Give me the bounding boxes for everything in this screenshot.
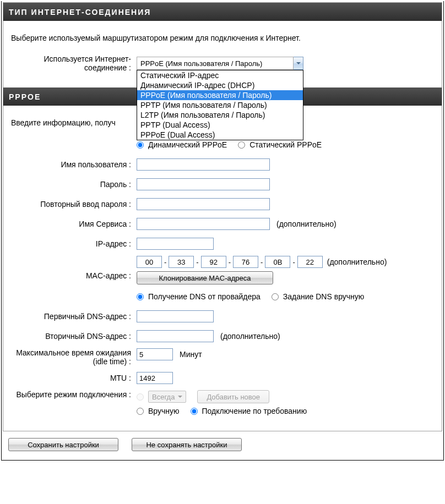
ip-label: IP-адрес :	[9, 239, 137, 248]
mtu-input[interactable]	[137, 372, 173, 384]
dont-save-button[interactable]: Не сохранять настройки	[132, 438, 242, 451]
mac-label: MAC-адрес :	[9, 260, 137, 280]
mac-input-2[interactable]	[201, 256, 226, 268]
dns-provider-label: Получение DNS от провайдера	[148, 292, 261, 301]
service-optional: (дополнительно)	[276, 220, 337, 228]
dns2-input[interactable]	[137, 330, 214, 342]
connection-type-description: Выберите используемый маршрутизатором ре…	[9, 29, 436, 54]
mac-input-5[interactable]	[297, 256, 323, 268]
section-connection-type-header: ТИП ИНТЕРНЕТ-СОЕДИНЕНИЯ	[3, 3, 442, 21]
idle-label: Максимальное время ожидания (idle time) …	[9, 348, 137, 366]
chevron-down-icon[interactable]	[294, 57, 303, 70]
connmode-ondemand-label: Подключение по требованию	[202, 407, 307, 415]
username-label: Имя пользователя :	[9, 160, 137, 169]
clone-mac-button[interactable]: Клонирование MAC-адреса	[137, 271, 273, 284]
dns-provider-radio[interactable]	[137, 293, 144, 300]
mac-input-0[interactable]	[137, 256, 162, 268]
connection-type-dropdown: Статический IP-адрес Динамический IP-адр…	[137, 70, 303, 140]
connection-used-label: Используется Интернет-соединение :	[9, 54, 137, 72]
username-input[interactable]	[137, 158, 270, 171]
pppoe-static-radio[interactable]	[238, 141, 245, 149]
connection-type-select[interactable]: PPPoE (Имя пользователя / Пароль) Статич…	[137, 57, 303, 70]
dropdown-option[interactable]: L2TP (Имя пользователя / Пароль)	[137, 110, 303, 120]
dropdown-option[interactable]: Динамический IP-адрес (DHCP)	[137, 80, 303, 90]
pppoe-static-label: Статический PPPoE	[249, 140, 322, 149]
connmode-ondemand-radio[interactable]	[191, 408, 198, 415]
dropdown-option[interactable]: PPTP (Имя пользователя / Пароль)	[137, 100, 303, 110]
pppoe-dynamic-radio[interactable]	[137, 141, 144, 149]
dropdown-option[interactable]: PPTP (Dual Access)	[137, 120, 303, 130]
idle-input[interactable]	[137, 348, 173, 360]
idle-minutes: Минут	[180, 350, 202, 359]
dropdown-option[interactable]: Статический IP-адрес	[137, 70, 303, 80]
password-input[interactable]	[137, 178, 270, 190]
dropdown-option[interactable]: PPPoE (Имя пользователя / Пароль)	[137, 90, 303, 100]
connmode-always-radio	[137, 393, 144, 401]
pppoe-dynamic-label: Динамический PPPoE	[148, 140, 227, 149]
service-input[interactable]	[137, 218, 270, 230]
save-button[interactable]: Сохранить настройки	[8, 438, 118, 451]
dns2-label: Вторичный DNS-адрес :	[9, 332, 137, 341]
dns2-optional: (дополнительно)	[220, 332, 280, 341]
password-label: Пароль :	[9, 180, 137, 189]
dns-manual-label: Задание DNS вручную	[283, 292, 364, 301]
mac-optional: (дополнительно)	[327, 258, 387, 266]
dns1-label: Первичный DNS-адрес :	[9, 312, 137, 321]
add-new-button: Добавить новое	[197, 390, 269, 403]
connmode-manual-label: Вручную	[148, 407, 180, 415]
connmode-always-select: Всегда	[148, 391, 186, 403]
connmode-manual-radio[interactable]	[137, 408, 144, 415]
connmode-label: Выберите режим подключения :	[9, 390, 137, 399]
password2-input[interactable]	[137, 198, 270, 210]
mac-input-1[interactable]	[169, 256, 194, 268]
mac-input-3[interactable]	[233, 256, 258, 268]
ip-input[interactable]	[137, 238, 214, 250]
dns-manual-radio[interactable]	[272, 293, 279, 300]
password2-label: Повторный ввод пароля :	[9, 200, 137, 209]
dropdown-option[interactable]: PPPoE (Dual Access)	[137, 130, 303, 140]
mac-input-4[interactable]	[265, 256, 290, 268]
service-label: Имя Сервиса :	[9, 220, 137, 228]
dns1-input[interactable]	[137, 310, 214, 322]
mtu-label: MTU :	[9, 374, 137, 382]
connection-type-selected: PPPoE (Имя пользователя / Пароль)	[137, 57, 294, 70]
